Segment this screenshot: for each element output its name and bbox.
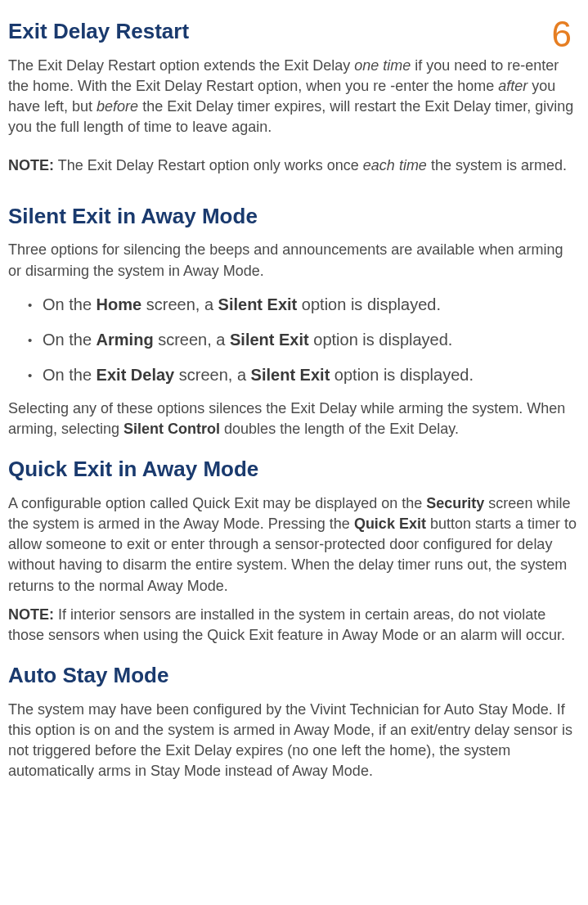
text-fragment: On the	[43, 295, 97, 313]
text-fragment: screen, a	[141, 295, 218, 313]
heading-exit-delay-restart: Exit Delay Restart	[8, 16, 580, 47]
heading-quick-exit: Quick Exit in Away Mode	[8, 454, 580, 485]
text-bold: Quick Exit	[354, 516, 426, 532]
text-bold: Home	[97, 295, 142, 313]
text-bold: Silent Exit	[218, 295, 298, 313]
text-fragment: screen, a	[174, 366, 250, 384]
text-bold: Arming	[97, 331, 154, 349]
text-emphasis: before	[97, 98, 138, 115]
section-quick-exit: Quick Exit in Away Mode A configurable o…	[8, 454, 580, 646]
para-silent-exit-outro: Selecting any of these options silences …	[8, 398, 580, 439]
text-fragment: the system is armed.	[427, 157, 567, 173]
text-emphasis: one time	[354, 57, 411, 74]
heading-auto-stay: Auto Stay Mode	[8, 660, 580, 691]
text-bold: Silent Control	[123, 421, 220, 437]
note-label: NOTE:	[8, 157, 54, 173]
text-fragment: The Exit Delay Restart option extends th…	[8, 57, 354, 74]
text-emphasis: each time	[363, 157, 427, 173]
text-fragment: option is displayed.	[297, 295, 441, 313]
para-silent-exit-intro: Three options for silencing the beeps an…	[8, 240, 580, 281]
text-bold: Silent Exit	[230, 331, 309, 349]
text-bold: Silent Exit	[251, 366, 330, 384]
text-emphasis: after	[498, 78, 527, 94]
para-quick-exit: A configurable option called Quick Exit …	[8, 493, 580, 597]
para-auto-stay: The system may have been configured by t…	[8, 700, 580, 782]
page-number: 6	[552, 8, 572, 61]
bullet-list-silent-exit: On the Home screen, a Silent Exit option…	[8, 293, 580, 387]
heading-silent-exit: Silent Exit in Away Mode	[8, 201, 580, 232]
para-exit-delay-restart: The Exit Delay Restart option extends th…	[8, 56, 580, 138]
section-auto-stay: Auto Stay Mode The system may have been …	[8, 660, 580, 781]
text-bold: Security	[426, 495, 484, 511]
text-fragment: doubles the length of the Exit Delay.	[220, 421, 459, 437]
list-item: On the Home screen, a Silent Exit option…	[43, 293, 580, 317]
text-fragment: A configurable option called Quick Exit …	[8, 495, 426, 511]
list-item: On the Exit Delay screen, a Silent Exit …	[43, 363, 580, 387]
text-fragment: option is displayed.	[330, 366, 474, 384]
text-fragment: option is displayed.	[309, 331, 453, 349]
section-silent-exit: Silent Exit in Away Mode Three options f…	[8, 201, 580, 439]
note-quick-exit: NOTE: If interior sensors are installed …	[8, 605, 580, 646]
text-fragment: On the	[43, 331, 97, 349]
note-exit-delay-restart: NOTE: The Exit Delay Restart option only…	[8, 155, 580, 176]
text-fragment: On the	[43, 366, 97, 384]
text-fragment: If interior sensors are installed in the…	[8, 606, 565, 643]
section-exit-delay-restart: Exit Delay Restart The Exit Delay Restar…	[8, 16, 580, 177]
text-bold: Exit Delay	[97, 366, 175, 384]
note-label: NOTE:	[8, 606, 54, 623]
list-item: On the Arming screen, a Silent Exit opti…	[43, 328, 580, 352]
text-fragment: The Exit Delay Restart option only works…	[54, 157, 363, 173]
text-fragment: screen, a	[154, 331, 230, 349]
